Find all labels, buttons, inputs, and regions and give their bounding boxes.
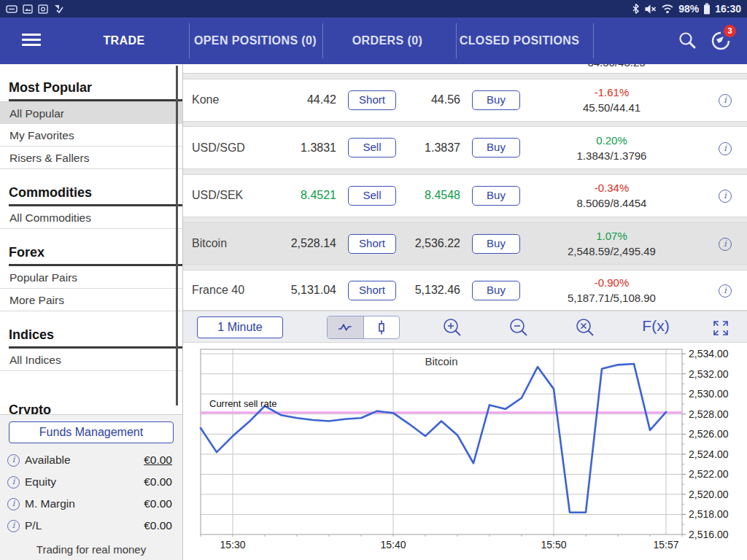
instrument-info-icon[interactable]: i xyxy=(719,238,732,251)
y-axis-label: 2,520.00 xyxy=(689,489,729,500)
nav-title-trade: TRADE xyxy=(103,18,144,64)
indicators-fx-button[interactable]: F(x) xyxy=(634,317,678,335)
x-axis-label: 15:57 xyxy=(653,539,678,551)
sound-muted-icon xyxy=(644,4,657,15)
buy-button[interactable]: Buy xyxy=(472,234,520,254)
instrument-info-icon[interactable]: i xyxy=(719,94,732,107)
wifi-icon xyxy=(661,4,674,14)
watchlist-row-usdsgd[interactable]: USD/SGD 1.3831 Sell 1.3837 Buy 0.20% 1.3… xyxy=(183,126,747,169)
sell-button[interactable]: Short xyxy=(348,234,396,254)
watchlist-row-france40[interactable]: France 40 5,131.04 Short 5,132.46 Buy -0… xyxy=(183,270,747,311)
buy-price: 5,132.46 xyxy=(396,284,460,297)
watchlist-row-kone[interactable]: Kone 44.42 Short 44.56 Buy -1.61% 45.50/… xyxy=(183,79,747,122)
candle-chart-icon[interactable] xyxy=(364,316,400,338)
watchlist-row-clipped[interactable]: 34.50/43.25 xyxy=(183,64,747,74)
day-range: 5,187.71/5,108.90 xyxy=(520,290,703,306)
interval-selector-button[interactable]: 1 Minute xyxy=(197,316,283,338)
info-icon[interactable]: i xyxy=(7,498,20,510)
sidebar-item-all-commodities[interactable]: All Commodities xyxy=(0,206,182,229)
funds-value: €0.00 xyxy=(144,519,172,532)
funds-label: P/L xyxy=(25,519,42,532)
watchlist-row-bitcoin[interactable]: Bitcoin 2,528.14 Short 2,536.22 Buy 1.07… xyxy=(183,222,747,265)
price-chart[interactable]: BitcoinCurrent sell rate2,516.002,518.00… xyxy=(183,343,747,557)
funds-row-equity: i Equity €0.00 xyxy=(0,471,182,493)
instrument-name: USD/SGD xyxy=(183,141,278,155)
instrument-info-icon[interactable]: i xyxy=(719,190,732,203)
buy-button[interactable]: Buy xyxy=(472,281,520,300)
y-axis-label: 2,528.00 xyxy=(689,408,729,420)
sidebar-section-title: Commodities xyxy=(9,185,182,206)
funds-management-button[interactable]: Funds Management xyxy=(9,421,174,443)
nav-divider xyxy=(593,23,594,58)
search-icon[interactable] xyxy=(677,31,697,51)
sidebar-scrollbar[interactable] xyxy=(176,66,178,405)
sell-price: 5,131.04 xyxy=(278,284,336,297)
sidebar-item-all-indices[interactable]: All Indices xyxy=(0,349,182,371)
tab-orders[interactable]: ORDERS (0) xyxy=(352,18,422,64)
main-content: 34.50/43.25 Kone 44.42 Short 44.56 Buy -… xyxy=(183,64,747,560)
x-axis-label: 15:40 xyxy=(380,539,406,551)
instrument-info-icon[interactable]: i xyxy=(719,142,732,155)
sell-button[interactable]: Sell xyxy=(348,186,396,206)
sell-button[interactable]: Short xyxy=(348,90,396,110)
sell-button[interactable]: Sell xyxy=(348,138,396,158)
buy-price: 44.56 xyxy=(396,93,460,106)
sidebar-item-more-pairs[interactable]: More Pairs xyxy=(0,289,182,311)
battery-percent-label: 98% xyxy=(678,3,699,15)
tab-closed-positions[interactable]: CLOSED POSITIONS xyxy=(460,18,580,64)
y-axis-label: 2,532.00 xyxy=(689,368,729,380)
instrument-info-icon[interactable]: i xyxy=(719,284,732,298)
instrument-name: France 40 xyxy=(183,284,278,297)
buy-button[interactable]: Buy xyxy=(472,90,520,110)
fullscreen-icon[interactable] xyxy=(711,318,731,338)
bluetooth-icon xyxy=(632,3,640,15)
sell-button[interactable]: Short xyxy=(348,281,396,300)
buy-price: 1.3837 xyxy=(396,141,460,155)
buy-button[interactable]: Buy xyxy=(472,186,520,206)
zoom-reset-icon[interactable] xyxy=(574,317,596,339)
y-axis-label: 2,516.00 xyxy=(689,529,729,540)
zoom-in-icon[interactable] xyxy=(441,317,463,339)
watchlist-row-usdsek[interactable]: USD/SEK 8.4521 Sell 8.4548 Buy -0.34% 8.… xyxy=(183,174,747,217)
clipped-range-label: 34.50/43.25 xyxy=(543,64,689,69)
tab-open-positions[interactable]: OPEN POSITIONS (0) xyxy=(194,18,317,64)
screenshot-icon xyxy=(38,4,48,14)
change-percent: 0.20% xyxy=(520,133,703,148)
chart-type-toggle xyxy=(327,316,400,339)
gallery-icon xyxy=(23,4,33,14)
day-range: 2,548.59/2,495.49 xyxy=(520,244,703,259)
day-range: 8.5069/8.4454 xyxy=(520,195,703,211)
sidebar-section-title: Most Popular xyxy=(9,80,182,101)
funds-label: M. Margin xyxy=(25,497,75,510)
info-icon[interactable]: i xyxy=(7,520,20,532)
instrument-categories-sidebar: Most Popular All Popular My Favorites Ri… xyxy=(0,64,183,560)
funds-label: Available xyxy=(25,454,71,467)
change-percent: 1.07% xyxy=(520,228,703,244)
info-icon[interactable]: i xyxy=(7,476,20,489)
menu-icon[interactable] xyxy=(22,34,41,49)
app-nav-bar: TRADE OPEN POSITIONS (0) ORDERS (0) CLOS… xyxy=(0,18,747,64)
android-status-bar: 98% 16:30 xyxy=(0,0,747,18)
sidebar-item-risers-fallers[interactable]: Risers & Fallers xyxy=(0,147,182,169)
sell-price: 2,528.14 xyxy=(278,237,336,250)
zoom-out-icon[interactable] xyxy=(508,317,530,339)
sidebar-item-my-favorites[interactable]: My Favorites xyxy=(0,124,182,147)
sidebar-section-title: Indices xyxy=(9,327,182,349)
sidebar-item-popular-pairs[interactable]: Popular Pairs xyxy=(0,266,182,289)
sidebar-item-all-popular[interactable]: All Popular xyxy=(0,101,182,124)
funds-row-margin: i M. Margin €0.00 xyxy=(0,493,182,515)
y-axis-label: 2,524.00 xyxy=(689,448,729,460)
funds-row-available: i Available €0.00 xyxy=(0,449,182,471)
x-axis-label: 15:30 xyxy=(220,539,245,551)
plot-border xyxy=(201,349,682,534)
y-axis-label: 2,530.00 xyxy=(689,388,729,400)
funds-value[interactable]: €0.00 xyxy=(144,454,172,467)
sell-price: 8.4521 xyxy=(278,189,336,202)
info-icon[interactable]: i xyxy=(7,454,20,467)
line-chart-icon[interactable] xyxy=(328,316,364,338)
sell-price: 44.42 xyxy=(278,93,336,106)
sell-price: 1.3831 xyxy=(278,141,336,155)
buy-button[interactable]: Buy xyxy=(472,138,520,158)
instrument-name: Kone xyxy=(183,93,278,106)
app-card-icon xyxy=(6,4,18,14)
